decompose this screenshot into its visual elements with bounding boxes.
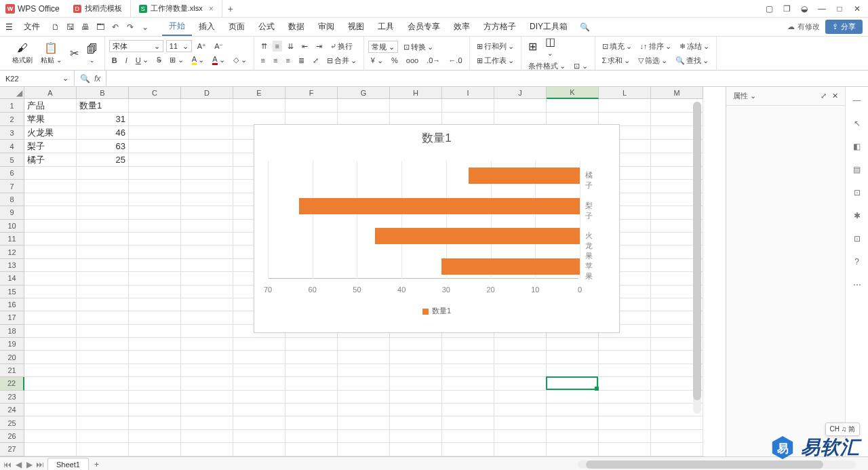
dock-collapse-icon[interactable]: — <box>850 94 864 107</box>
cell-H22[interactable] <box>390 377 442 390</box>
underline-button[interactable]: U ⌄ <box>133 54 151 66</box>
row-header-11[interactable]: 11 <box>0 233 24 246</box>
menu-tab-10[interactable]: 方方格子 <box>477 18 523 36</box>
cell-C8[interactable] <box>129 193 181 206</box>
row-header-3[interactable]: 3 <box>0 126 24 140</box>
win-restore-icon[interactable]: ▢ <box>761 1 777 17</box>
row-header-1[interactable]: 1 <box>0 99 24 113</box>
cell-A5[interactable]: 橘子 <box>24 153 77 167</box>
cell-I23[interactable] <box>442 391 494 404</box>
cell-F22[interactable] <box>285 377 338 390</box>
cell-A13[interactable] <box>24 259 77 272</box>
cell-D4[interactable] <box>181 140 233 153</box>
row-header-8[interactable]: 8 <box>0 193 24 206</box>
cell-L19[interactable] <box>599 338 651 351</box>
cell-B9[interactable] <box>77 206 129 219</box>
cell-B2[interactable]: 31 <box>77 113 129 126</box>
cell-G23[interactable] <box>338 391 390 404</box>
cell-G19[interactable] <box>338 338 390 351</box>
row-header-13[interactable]: 13 <box>0 259 24 272</box>
col-header-M[interactable]: M <box>651 87 703 99</box>
hamburger-icon[interactable]: ☰ <box>0 22 18 32</box>
cell-F21[interactable] <box>285 364 338 377</box>
cell-B11[interactable] <box>77 233 129 246</box>
row-header-15[interactable]: 15 <box>0 286 24 298</box>
cell-B3[interactable]: 46 <box>77 126 129 140</box>
row-header-10[interactable]: 10 <box>0 220 24 233</box>
pin-icon[interactable]: ⤢ <box>821 92 827 100</box>
border-button[interactable]: ⊞ ⌄ <box>167 54 186 66</box>
cell-D20[interactable] <box>181 351 233 364</box>
cell-D2[interactable] <box>181 113 233 126</box>
cell-J24[interactable] <box>494 404 547 416</box>
cell-D21[interactable] <box>181 364 233 377</box>
cell-D7[interactable] <box>181 180 233 193</box>
orientation-icon[interactable]: ⤢ <box>310 55 321 66</box>
win-cube-icon[interactable]: ❐ <box>778 1 795 17</box>
cell-D17[interactable] <box>181 311 233 324</box>
search-icon[interactable]: 🔍 <box>578 21 591 33</box>
cell-B18[interactable] <box>77 325 129 338</box>
cell-F27[interactable] <box>285 443 338 456</box>
dec-inc-icon[interactable]: .0→ <box>424 55 443 66</box>
highlight-button[interactable]: A ⌄ <box>189 54 207 66</box>
cell-E19[interactable] <box>233 338 285 351</box>
cell-I25[interactable] <box>442 416 494 429</box>
row-header-5[interactable]: 5 <box>0 153 24 167</box>
cell-H27[interactable] <box>390 443 442 456</box>
cell-C23[interactable] <box>129 391 181 404</box>
cell-B20[interactable] <box>77 351 129 364</box>
save-icon[interactable]: 🖫 <box>64 21 77 33</box>
col-header-E[interactable]: E <box>233 87 285 99</box>
row-header-18[interactable]: 18 <box>0 325 24 338</box>
cell-I26[interactable] <box>442 430 494 443</box>
cell-C3[interactable] <box>129 126 181 140</box>
sheet-first-icon[interactable]: ⏮ <box>3 460 12 469</box>
cell-D27[interactable] <box>181 443 233 456</box>
menu-tab-2[interactable]: 页面 <box>222 18 252 36</box>
freeze-button[interactable]: ❄ 冻结 ⌄ <box>677 40 712 53</box>
cell-A22[interactable] <box>24 377 77 390</box>
dec-dec-icon[interactable]: ←.0 <box>446 55 465 66</box>
vertical-scrollbar[interactable] <box>693 102 701 414</box>
modified-indicator[interactable]: ☁有修改 <box>787 22 820 32</box>
cell-D15[interactable] <box>181 286 233 298</box>
col-header-H[interactable]: H <box>390 87 442 99</box>
sheet-tab[interactable]: Sheet1 <box>47 458 89 470</box>
cell-K24[interactable] <box>547 404 599 416</box>
cell-A4[interactable]: 梨子 <box>24 140 77 153</box>
row-header-14[interactable]: 14 <box>0 272 24 285</box>
cell-F19[interactable] <box>285 338 338 351</box>
cut-icon[interactable]: ✂ <box>67 45 81 61</box>
clear-format-button[interactable]: ◇ ⌄ <box>231 54 250 66</box>
fx-icon[interactable]: fx <box>94 74 100 83</box>
cell-B22[interactable] <box>77 377 129 390</box>
cell-A23[interactable] <box>24 391 77 404</box>
cell-K25[interactable] <box>547 416 599 429</box>
cell-C4[interactable] <box>129 140 181 153</box>
row-header-12[interactable]: 12 <box>0 246 24 258</box>
col-header-J[interactable]: J <box>494 87 547 99</box>
menu-tab-3[interactable]: 公式 <box>252 18 281 36</box>
number-format-select[interactable]: 常规⌄ <box>368 41 398 53</box>
cell-C12[interactable] <box>129 246 181 258</box>
dock-attach-icon[interactable]: ⊡ <box>850 232 864 246</box>
cell-A9[interactable] <box>24 206 77 219</box>
cell-J1[interactable] <box>494 99 547 113</box>
col-header-G[interactable]: G <box>338 87 390 99</box>
doc-tab-workbook[interactable]: S 工作簿数量.xlsx × <box>131 0 222 17</box>
align-middle-icon[interactable]: ≡ <box>273 41 282 52</box>
align-left-icon[interactable]: ≡ <box>258 55 268 66</box>
cell-E20[interactable] <box>233 351 285 364</box>
cell-A8[interactable] <box>24 193 77 206</box>
cell-L21[interactable] <box>599 364 651 377</box>
cell-E23[interactable] <box>233 391 285 404</box>
cell-J25[interactable] <box>494 416 547 429</box>
copy-icon[interactable]: 🗐⌄ <box>84 42 100 65</box>
cell-A2[interactable]: 苹果 <box>24 113 77 126</box>
percent-icon[interactable]: % <box>389 55 401 66</box>
select-all-corner[interactable]: ◢ <box>0 87 24 99</box>
cell-F24[interactable] <box>285 404 338 416</box>
cell-H20[interactable] <box>390 351 442 364</box>
cell-D26[interactable] <box>181 430 233 443</box>
